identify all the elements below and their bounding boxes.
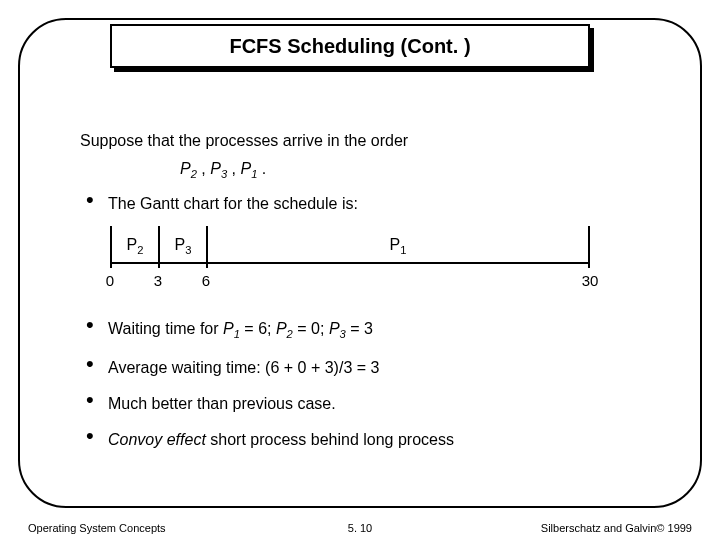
slide-title: FCFS Scheduling (Cont. )	[110, 24, 590, 68]
arrival-order: P2 , P3 , P1 .	[180, 158, 660, 183]
convoy-emph: Convoy effect	[108, 431, 206, 448]
intro-text: Suppose that the processes arrive in the…	[80, 130, 660, 152]
gantt-tick: 3	[154, 270, 162, 291]
gantt-cell-p3: P3	[158, 226, 206, 268]
gantt-cell-p2: P2	[110, 226, 158, 268]
footer: Operating System Concepts 5. 10 Silbersc…	[0, 522, 720, 534]
bullet-convoy: Convoy effect short process behind long …	[80, 429, 660, 451]
gantt-chart: P2P3P1 03630	[110, 230, 590, 300]
bullet-better: Much better than previous case.	[80, 393, 660, 415]
bullet-list-2: Waiting time for P1 = 6; P2 = 0; P3 = 3 …	[80, 318, 660, 452]
order-p2: P2	[180, 160, 197, 177]
gantt-tick: 30	[582, 270, 599, 291]
gantt-row: P2P3P1	[110, 230, 590, 264]
footer-page: 5. 10	[348, 522, 372, 534]
gantt-cell-p1: P1	[206, 226, 590, 268]
gantt-tick: 6	[202, 270, 210, 291]
bullet-list: The Gantt chart for the schedule is:	[80, 193, 660, 215]
order-p1: P1	[241, 160, 258, 177]
gantt-tick: 0	[106, 270, 114, 291]
bullet-avg-wait: Average waiting time: (6 + 0 + 3)/3 = 3	[80, 357, 660, 379]
content-area: Suppose that the processes arrive in the…	[80, 130, 660, 466]
bullet-gantt-intro: The Gantt chart for the schedule is:	[80, 193, 660, 215]
order-p3: P3	[210, 160, 227, 177]
bullet-waiting-times: Waiting time for P1 = 6; P2 = 0; P3 = 3	[80, 318, 660, 343]
gantt-ticks: 03630	[110, 270, 590, 290]
footer-right: Silberschatz and Galvin© 1999	[541, 522, 692, 534]
footer-left: Operating System Concepts	[28, 522, 166, 534]
